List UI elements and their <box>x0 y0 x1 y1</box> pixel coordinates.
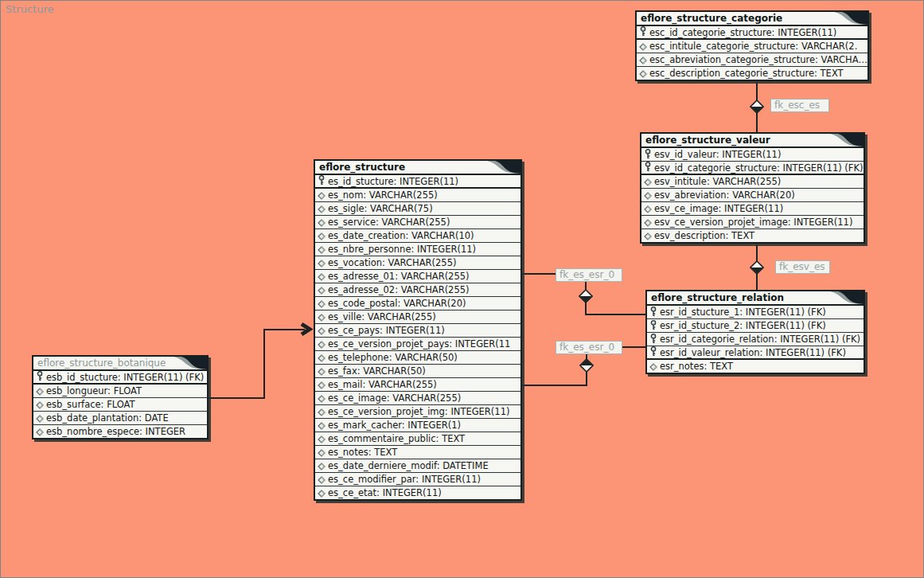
diagram-canvas[interactable]: Structure fk_esc_es fk_esv_es fk_es_esr_… <box>0 0 924 578</box>
field-label: esr_notes: TEXT <box>660 360 733 373</box>
attribute-diamond-icon <box>33 399 46 412</box>
table-eflore-structure[interactable]: eflore_structure es_id_stucture: INTEGER… <box>314 159 522 501</box>
attribute-diamond-icon <box>315 392 328 405</box>
table-header[interactable]: eflore_structure_categorie <box>637 12 867 26</box>
table-field-row[interactable]: esv_id_categorie_structure: INTEGER(11) … <box>641 162 864 175</box>
table-field-row[interactable]: esc_description_categorie_structure: TEX… <box>637 67 867 80</box>
table-header[interactable]: eflore_structure_relation <box>647 291 864 306</box>
table-field-row[interactable]: esb_surface: FLOAT <box>33 398 207 412</box>
field-label: es_vocation: VARCHAR(255) <box>328 256 456 269</box>
fk-relation-label[interactable]: fk_es_esr_0 <box>556 341 622 354</box>
relation-diamond-icon[interactable] <box>579 289 593 303</box>
table-field-row[interactable]: esc_id_categorie_structure: INTEGER(11) <box>637 26 867 40</box>
table-field-row[interactable]: es_ce_version_projet_img: INTEGER(11) <box>315 405 520 419</box>
table-field-row[interactable]: es_ce_pays: INTEGER(11) <box>315 324 520 338</box>
table-field-row[interactable]: esr_notes: TEXT <box>647 360 864 373</box>
connector-line <box>522 385 587 386</box>
field-label: es_ce_image: VARCHAR(255) <box>328 392 461 404</box>
attribute-diamond-icon <box>33 385 46 398</box>
table-field-row[interactable]: esb_nombre_espece: INTEGER <box>33 425 207 438</box>
attribute-diamond-icon <box>315 271 328 283</box>
table-field-row[interactable]: es_date_creation: VARCHAR(10) <box>315 229 520 243</box>
table-eflore-structure-relation[interactable]: eflore_structure_relation esr_id_stuctur… <box>645 290 865 374</box>
attribute-diamond-icon <box>637 68 649 80</box>
table-field-row[interactable]: esv_id_valeur: INTEGER(11) <box>641 148 864 162</box>
table-field-row[interactable]: es_nom: VARCHAR(255) <box>315 189 520 202</box>
attribute-diamond-icon <box>33 426 46 439</box>
field-label: esr_id_valeur_relation: INTEGER(11) (FK) <box>660 346 846 359</box>
table-field-row[interactable]: es_fax: VARCHAR(50) <box>315 365 520 378</box>
table-field-row[interactable]: es_commentaire_public: TEXT <box>315 432 520 446</box>
fk-relation-label[interactable]: fk_esv_es <box>775 260 830 274</box>
table-field-row[interactable]: es_ce_version_projet_pays: INTEGER(11 <box>315 338 520 351</box>
table-field-row[interactable]: esr_id_stucture_1: INTEGER(11) (FK) <box>647 306 864 319</box>
attribute-diamond-icon <box>315 474 328 486</box>
field-label: es_id_stucture: INTEGER(11) <box>328 175 458 188</box>
field-label: es_nbre_personne: INTEGER(11) <box>328 243 476 256</box>
connector-line <box>263 330 265 399</box>
table-field-row[interactable]: es_id_stucture: INTEGER(11) <box>315 175 520 189</box>
table-eflore-structure-categorie[interactable]: eflore_structure_categorie esc_id_catego… <box>635 10 869 81</box>
attribute-diamond-icon <box>33 412 46 425</box>
table-field-row[interactable]: esv_ce_version_projet_image: INTEGER(11) <box>641 216 864 229</box>
field-label: es_ce_version_projet_img: INTEGER(11) <box>328 405 509 418</box>
table-field-row[interactable]: es_adresse_01: VARCHAR(255) <box>315 270 520 283</box>
field-label: es_date_creation: VARCHAR(10) <box>328 229 474 242</box>
attribute-diamond-icon <box>637 54 649 67</box>
table-field-row[interactable]: es_code_postal: VARCHAR(20) <box>315 297 520 310</box>
fk-relation-label[interactable]: fk_es_esr_0 <box>556 268 622 282</box>
table-field-row[interactable]: es_notes: TEXT <box>315 446 520 459</box>
table-field-row[interactable]: es_service: VARCHAR(255) <box>315 216 520 229</box>
relation-diamond-icon[interactable] <box>750 260 764 275</box>
table-field-row[interactable]: esr_id_valeur_relation: INTEGER(11) (FK) <box>647 346 864 360</box>
field-label: esc_abreviation_categorie_structure: VAR… <box>649 53 867 66</box>
table-field-row[interactable]: es_telephone: VARCHAR(50) <box>315 351 520 365</box>
table-field-row[interactable]: es_mark_cacher: INTEGER(1) <box>315 419 520 432</box>
table-field-row[interactable]: es_ce_image: VARCHAR(255) <box>315 392 520 405</box>
table-field-row[interactable]: es_date_derniere_modif: DATETIME <box>315 459 520 473</box>
field-label: esv_description: TEXT <box>654 229 754 242</box>
attribute-diamond-icon <box>315 433 328 446</box>
table-field-row[interactable]: esv_abreviation: VARCHAR(20) <box>641 189 864 202</box>
table-eflore-structure-valeur[interactable]: eflore_structure_valeur esv_id_valeur: I… <box>640 132 865 244</box>
table-header[interactable]: eflore_structure_botanique <box>33 357 207 371</box>
table-field-row[interactable]: es_adresse_02: VARCHAR(255) <box>315 283 520 297</box>
relation-diamond-icon[interactable] <box>750 100 764 114</box>
table-field-row[interactable]: es_mail: VARCHAR(255) <box>315 378 520 392</box>
fk-relation-label[interactable]: fk_esc_es <box>770 99 829 112</box>
field-label: es_sigle: VARCHAR(75) <box>328 202 433 215</box>
attribute-diamond-icon <box>315 487 328 500</box>
field-label: es_date_derniere_modif: DATETIME <box>328 459 489 472</box>
attribute-diamond-icon <box>641 189 654 202</box>
field-label: esb_longueur: FLOAT <box>46 385 142 397</box>
table-field-row[interactable]: es_sigle: VARCHAR(75) <box>315 202 520 216</box>
table-field-row[interactable]: esr_id_stucture_2: INTEGER(11) (FK) <box>647 319 864 333</box>
field-label: es_code_postal: VARCHAR(20) <box>328 297 466 310</box>
table-field-row[interactable]: esb_longueur: FLOAT <box>33 385 207 398</box>
field-label: es_adresse_02: VARCHAR(255) <box>328 283 470 296</box>
field-label: es_adresse_01: VARCHAR(255) <box>328 270 470 283</box>
table-field-row[interactable]: es_ville: VARCHAR(255) <box>315 310 520 324</box>
table-field-row[interactable]: es_ce_modifier_par: INTEGER(11) <box>315 473 520 486</box>
table-field-row[interactable]: esc_abreviation_categorie_structure: VAR… <box>637 53 867 67</box>
table-field-row[interactable]: esv_ce_image: INTEGER(11) <box>641 202 864 216</box>
primary-key-icon <box>647 334 660 346</box>
connector-line <box>209 397 265 399</box>
table-field-row[interactable]: es_ce_etat: INTEGER(11) <box>315 486 520 499</box>
table-field-row[interactable]: esb_date_plantation: DATE <box>33 412 207 425</box>
table-field-row[interactable]: es_vocation: VARCHAR(255) <box>315 256 520 270</box>
table-field-row[interactable]: esc_intitule_categorie_structure: VARCHA… <box>637 40 867 53</box>
table-eflore-structure-botanique[interactable]: eflore_structure_botanique esb_id_stuctu… <box>32 355 209 439</box>
table-field-row[interactable]: esv_description: TEXT <box>641 229 864 242</box>
table-field-row[interactable]: esr_id_categorie_relation: INTEGER(11) (… <box>647 333 864 346</box>
table-header[interactable]: eflore_structure <box>315 161 520 175</box>
table-header[interactable]: eflore_structure_valeur <box>641 134 864 148</box>
primary-key-icon <box>637 26 649 39</box>
table-field-row[interactable]: es_nbre_personne: INTEGER(11) <box>315 243 520 256</box>
table-field-row[interactable]: esv_intitule: VARCHAR(255) <box>641 175 864 189</box>
table-field-row[interactable]: esb_id_stucture: INTEGER(11) (FK) <box>33 371 207 385</box>
relation-diamond-icon[interactable] <box>579 358 594 373</box>
attribute-diamond-icon <box>315 284 328 297</box>
attribute-diamond-icon <box>315 244 328 256</box>
field-label: esv_abreviation: VARCHAR(20) <box>654 189 795 201</box>
